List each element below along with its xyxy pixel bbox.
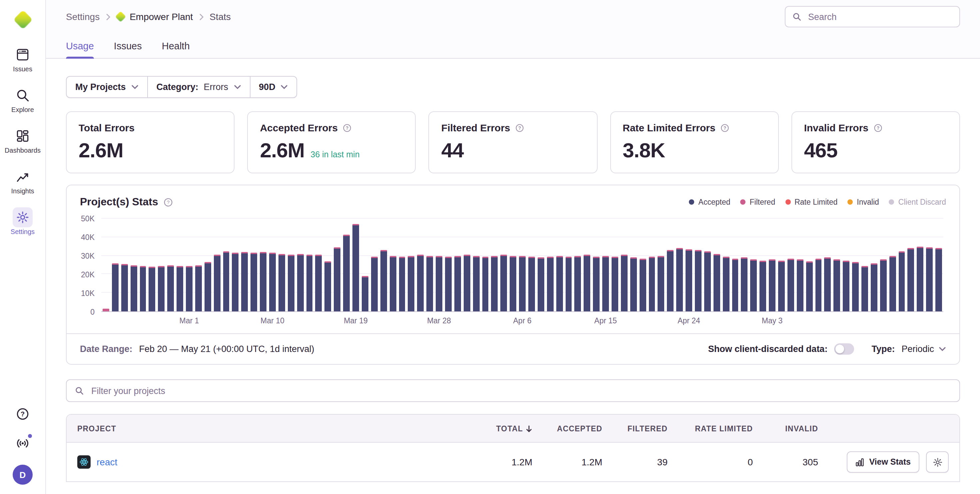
- sidebar-item-insights[interactable]: Insights: [2, 169, 44, 194]
- category-dropdown[interactable]: Category: Errors: [147, 76, 250, 97]
- column-header-rate-limited[interactable]: Rate Limited: [668, 424, 753, 432]
- chart-bar[interactable]: [315, 255, 322, 311]
- chart-bar[interactable]: [898, 251, 905, 311]
- chart-bar[interactable]: [167, 265, 174, 311]
- chart-bar[interactable]: [574, 256, 581, 311]
- chart-bar[interactable]: [741, 258, 748, 311]
- legend-item[interactable]: Client Discard: [889, 198, 946, 206]
- chart-bar[interactable]: [852, 262, 859, 311]
- chart-bar[interactable]: [935, 249, 942, 311]
- chart-bar[interactable]: [334, 247, 341, 311]
- chart-bar[interactable]: [306, 255, 313, 311]
- chart-bar[interactable]: [352, 224, 359, 311]
- chart-bar[interactable]: [436, 256, 442, 311]
- chart-bar[interactable]: [297, 254, 304, 311]
- column-header-invalid[interactable]: Invalid: [753, 424, 818, 432]
- chart-bar[interactable]: [861, 266, 868, 311]
- chart-bar[interactable]: [815, 259, 822, 311]
- chart-bar[interactable]: [121, 264, 128, 311]
- chart-bar[interactable]: [751, 259, 757, 311]
- org-logo-button[interactable]: [11, 8, 34, 31]
- chart-bar[interactable]: [528, 257, 535, 311]
- chart-bar[interactable]: [195, 265, 202, 311]
- client-discard-toggle[interactable]: [834, 343, 854, 355]
- chart-bar[interactable]: [667, 250, 674, 311]
- chart-bar[interactable]: [519, 256, 526, 311]
- chart-bar[interactable]: [103, 309, 109, 311]
- column-header-accepted[interactable]: Accepted: [532, 424, 602, 432]
- tab-health[interactable]: Health: [162, 33, 190, 58]
- chart-bar[interactable]: [806, 261, 813, 311]
- chart-bar[interactable]: [482, 257, 488, 311]
- question-circle-icon[interactable]: ?: [873, 123, 882, 132]
- chart-bar[interactable]: [788, 259, 794, 311]
- legend-item[interactable]: Filtered: [740, 198, 775, 206]
- chart-bar[interactable]: [824, 258, 831, 311]
- chart-bar[interactable]: [390, 256, 396, 311]
- chart-bar[interactable]: [130, 265, 137, 311]
- chart-bar[interactable]: [112, 263, 119, 311]
- chart-bar[interactable]: [917, 246, 924, 311]
- my-projects-dropdown[interactable]: My Projects: [67, 76, 147, 97]
- chart-bar[interactable]: [223, 251, 229, 311]
- view-stats-button[interactable]: View Stats: [846, 451, 920, 473]
- chart-bar[interactable]: [454, 256, 461, 311]
- chart-bar[interactable]: [556, 256, 563, 311]
- chart-bar[interactable]: [676, 249, 683, 311]
- chart-bar[interactable]: [759, 260, 766, 311]
- chart-bar[interactable]: [778, 260, 785, 311]
- chart-bar[interactable]: [843, 260, 850, 311]
- column-header-total[interactable]: Total: [456, 424, 532, 432]
- chart-bar[interactable]: [417, 255, 424, 311]
- chart-bar[interactable]: [797, 259, 803, 311]
- legend-item[interactable]: Rate Limited: [785, 198, 837, 206]
- chart-bar[interactable]: [639, 259, 646, 311]
- chart-bar[interactable]: [371, 257, 378, 311]
- project-settings-button[interactable]: [926, 451, 949, 473]
- column-header-filtered[interactable]: Filtered: [602, 424, 668, 432]
- column-header-project[interactable]: Project: [77, 424, 456, 432]
- chart-bar[interactable]: [565, 257, 572, 311]
- tab-usage[interactable]: Usage: [66, 33, 94, 58]
- chart-bar[interactable]: [621, 255, 628, 311]
- chart-bar[interactable]: [242, 252, 248, 311]
- help-button[interactable]: ?: [15, 406, 31, 422]
- chart-bar[interactable]: [186, 266, 192, 311]
- project-filter[interactable]: [66, 379, 960, 402]
- question-circle-icon[interactable]: ?: [342, 123, 352, 132]
- chart-bar[interactable]: [722, 257, 729, 311]
- chart-bar[interactable]: [714, 254, 720, 311]
- chart-bar[interactable]: [278, 254, 285, 311]
- chart-bar[interactable]: [473, 256, 479, 311]
- chart-bar[interactable]: [704, 251, 711, 311]
- question-circle-icon[interactable]: ?: [515, 123, 524, 132]
- chart-bar[interactable]: [538, 258, 544, 311]
- whats-new-button[interactable]: [15, 435, 31, 451]
- chart-bar[interactable]: [426, 256, 433, 311]
- chart-bar[interactable]: [260, 252, 266, 311]
- chart-bar[interactable]: [288, 255, 294, 311]
- chart-bar[interactable]: [343, 234, 350, 311]
- question-circle-icon[interactable]: ?: [164, 197, 173, 207]
- chart-bar[interactable]: [880, 259, 887, 311]
- chart-bar[interactable]: [871, 263, 877, 311]
- chart-bar[interactable]: [213, 255, 220, 311]
- chart-bar[interactable]: [325, 261, 331, 311]
- chart-bar[interactable]: [362, 276, 368, 311]
- chart-bar[interactable]: [612, 257, 618, 311]
- chart-bar[interactable]: [251, 253, 258, 311]
- chart-bar[interactable]: [889, 256, 896, 311]
- chart-bar[interactable]: [769, 259, 775, 311]
- breadcrumb-settings[interactable]: Settings: [66, 11, 100, 22]
- chart-bar[interactable]: [149, 267, 156, 311]
- chart-bar[interactable]: [399, 257, 406, 311]
- chart-bar[interactable]: [834, 259, 840, 311]
- sidebar-item-issues[interactable]: Issues: [2, 47, 44, 73]
- project-filter-input[interactable]: [90, 385, 951, 396]
- chart-bar[interactable]: [140, 266, 146, 311]
- legend-item[interactable]: Accepted: [689, 198, 730, 206]
- chart-bar[interactable]: [584, 255, 590, 311]
- chart-bar[interactable]: [408, 256, 415, 311]
- chart-bar[interactable]: [547, 257, 554, 311]
- tab-issues[interactable]: Issues: [114, 33, 142, 58]
